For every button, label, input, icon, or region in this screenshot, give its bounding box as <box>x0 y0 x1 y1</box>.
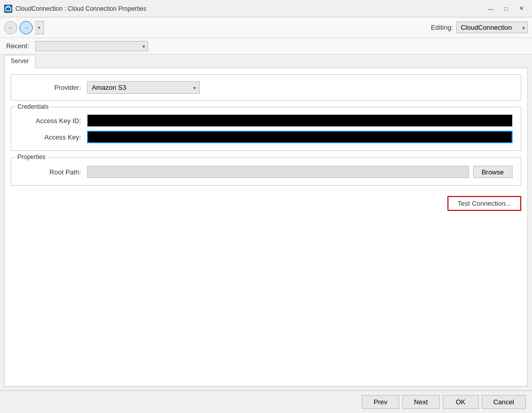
credentials-section: Credentials Access Key ID: Access Key: <box>11 107 521 151</box>
content-spacer <box>11 217 521 380</box>
recent-label: Recent: <box>6 42 29 50</box>
maximize-button[interactable]: □ <box>499 4 513 14</box>
browse-button[interactable]: Browse <box>473 166 513 178</box>
properties-title: Properties <box>15 153 48 161</box>
credentials-title: Credentials <box>15 103 51 110</box>
root-path-label: Root Path: <box>19 168 81 176</box>
editing-label: Editing: <box>431 24 453 31</box>
cancel-button[interactable]: Cancel <box>482 395 526 409</box>
root-path-input[interactable] <box>87 166 469 178</box>
root-path-row: Root Path: Browse <box>19 166 513 178</box>
window-title: CloudConnection : Cloud Connection Prope… <box>15 5 147 12</box>
forward-button[interactable]: → <box>19 21 33 34</box>
editing-section: Editing: CloudConnection <box>431 22 528 33</box>
nav-dropdown-button[interactable]: ▾ <box>35 21 44 34</box>
window-controls: — □ ✕ <box>484 4 528 14</box>
properties-section: Properties Root Path: Browse <box>11 157 521 186</box>
toolbar-nav: ← → ▾ <box>4 21 44 34</box>
provider-dropdown[interactable]: Amazon S3 Azure Blob Google Cloud Storag… <box>87 81 200 94</box>
main-content: Provider: Amazon S3 Azure Blob Google Cl… <box>0 68 532 390</box>
access-key-id-input[interactable] <box>87 114 513 127</box>
recent-dropdown[interactable] <box>35 41 148 51</box>
provider-section: Provider: Amazon S3 Azure Blob Google Cl… <box>11 74 521 101</box>
prev-button[interactable]: Prev <box>362 395 399 409</box>
test-connection-row: Test Connection... <box>11 196 521 211</box>
minimize-button[interactable]: — <box>484 4 497 14</box>
tabs-bar: Server <box>0 54 532 68</box>
access-key-id-label: Access Key ID: <box>19 117 81 125</box>
test-connection-button[interactable]: Test Connection... <box>447 196 521 211</box>
provider-row: Provider: Amazon S3 Azure Blob Google Cl… <box>19 81 513 94</box>
svg-rect-0 <box>6 7 11 11</box>
title-bar: CloudConnection : Cloud Connection Prope… <box>0 0 532 17</box>
back-button[interactable]: ← <box>4 21 17 34</box>
close-button[interactable]: ✕ <box>515 4 528 14</box>
access-key-row: Access Key: <box>19 131 513 143</box>
footer: Prev Next OK Cancel <box>0 390 532 413</box>
recent-bar: Recent: <box>0 38 532 54</box>
provider-label: Provider: <box>19 84 81 91</box>
editing-dropdown[interactable]: CloudConnection <box>456 22 528 33</box>
content-panel: Provider: Amazon S3 Azure Blob Google Cl… <box>4 68 528 386</box>
access-key-input[interactable] <box>87 131 513 143</box>
access-key-id-row: Access Key ID: <box>19 114 513 127</box>
next-button[interactable]: Next <box>402 395 440 409</box>
ok-button[interactable]: OK <box>443 395 479 409</box>
app-icon <box>4 5 12 13</box>
access-key-label: Access Key: <box>19 133 81 141</box>
credentials-fields: Access Key ID: Access Key: <box>19 114 513 143</box>
title-bar-left: CloudConnection : Cloud Connection Prope… <box>4 5 147 13</box>
tab-server[interactable]: Server <box>4 55 35 68</box>
toolbar: ← → ▾ Editing: CloudConnection <box>0 17 532 38</box>
